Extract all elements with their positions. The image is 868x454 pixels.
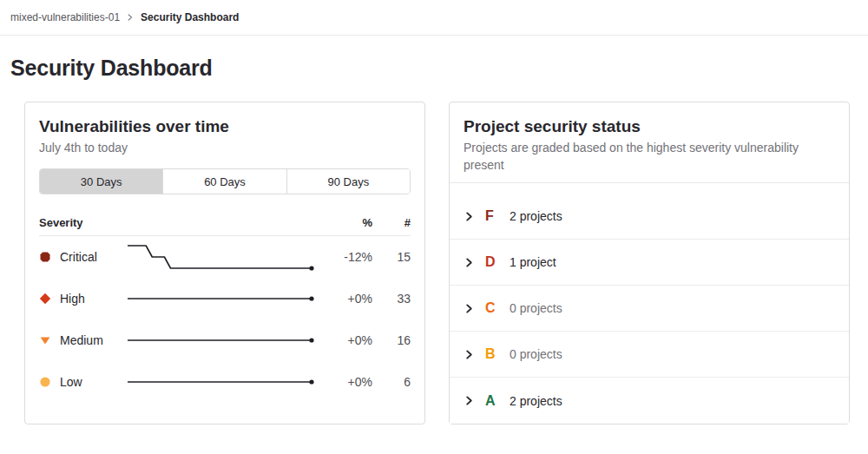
severity-label: Low [60,375,127,389]
page-title: Security Dashboard [10,54,858,82]
chevron-right-icon [464,304,474,313]
grade-row-c[interactable]: C 0 projects [450,286,849,332]
vulnerabilities-over-time-card: Vulnerabilities over time July 4th to to… [24,102,425,424]
project-security-status-card: Project security status Projects are gra… [449,102,850,424]
breadcrumb-item-project[interactable]: mixed-vulnerabilities-01 [10,11,120,23]
day-range-button-group: 30 Days 60 Days 90 Days [39,168,411,194]
severity-row-medium: Medium +0% 16 [39,319,411,361]
severity-count: 6 [372,375,411,389]
grade-row-f[interactable]: F 2 projects [450,194,849,240]
severity-table-header: Severity % # [39,212,411,236]
chevron-right-icon [464,396,474,405]
grade-project-count: 0 projects [510,347,562,361]
severity-label: Critical [60,250,127,264]
grade-letter: D [485,254,498,270]
severity-column-header: Severity [39,216,316,229]
grade-project-count: 0 projects [510,301,562,315]
high-trend-sparkline [127,283,316,314]
grade-project-count: 2 projects [510,394,562,408]
dashboard-cards: Vulnerabilities over time July 4th to to… [24,102,850,424]
low-trend-sparkline [127,366,316,398]
status-card-title: Project security status [464,116,835,137]
grade-row-a[interactable]: A 2 projects [450,378,849,424]
severity-count: 16 [372,333,411,347]
grade-letter: A [485,393,498,409]
percent-column-header: % [316,216,372,229]
medium-trend-sparkline [127,325,316,356]
grade-project-count: 2 projects [510,209,562,223]
severity-row-critical: Critical -12% 15 [39,236,411,278]
low-severity-icon [39,376,51,388]
severity-count: 15 [372,250,411,264]
severity-change-percent: -12% [316,250,372,264]
grade-letter: B [485,346,498,362]
severity-label: High [60,292,127,306]
medium-severity-icon [39,334,51,346]
grade-list: F 2 projects D 1 project C 0 projects [450,183,849,424]
grade-row-d[interactable]: D 1 project [450,240,849,286]
critical-trend-sparkline [127,241,316,273]
severity-label: Medium [60,333,127,347]
chevron-right-icon [464,350,474,359]
grade-letter: F [485,208,498,224]
vulnerabilities-card-subtitle: July 4th to today [39,139,411,156]
severity-table: Severity % # Critical -12% 15 High +0% [39,212,411,403]
breadcrumb: mixed-vulnerabilities-01 Security Dashbo… [0,0,868,36]
range-90-days-button[interactable]: 90 Days [286,169,410,194]
breadcrumb-item-current: Security Dashboard [141,11,239,23]
count-column-header: # [372,216,411,229]
grade-project-count: 1 project [510,255,556,269]
severity-count: 33 [372,292,411,306]
critical-severity-icon [39,251,51,263]
range-30-days-button[interactable]: 30 Days [40,169,162,194]
grade-row-b[interactable]: B 0 projects [450,332,849,378]
range-60-days-button[interactable]: 60 Days [162,169,286,194]
chevron-right-icon [464,258,474,267]
vulnerabilities-card-title: Vulnerabilities over time [39,116,411,137]
grade-letter: C [485,300,498,316]
severity-change-percent: +0% [316,333,372,347]
severity-row-high: High +0% 33 [39,278,411,319]
severity-row-low: Low +0% 6 [39,361,411,403]
severity-change-percent: +0% [316,292,372,306]
chevron-right-icon [464,212,474,221]
high-severity-icon [39,293,51,305]
severity-change-percent: +0% [316,375,372,389]
chevron-right-icon [127,14,134,21]
status-card-subtitle: Projects are graded based on the highest… [464,139,835,174]
